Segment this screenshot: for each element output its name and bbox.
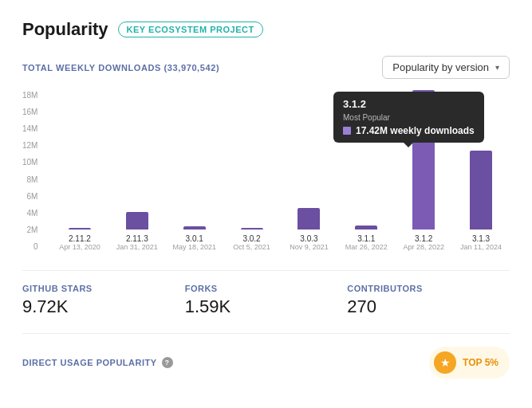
y-label: 12M	[22, 142, 37, 150]
y-label: 6M	[27, 193, 38, 201]
stat-label-contributors: CONTRIBUTORS	[347, 284, 510, 293]
bar-wrapper	[166, 86, 223, 230]
bar-wrapper	[223, 86, 281, 230]
y-axis: 18M 16M 14M 12M 10M 8M 6M 4M 2M 0	[22, 92, 41, 251]
bar-group: 2.11.2Apr 13, 2020	[51, 86, 108, 251]
bar-labels: 3.1.3Jan 11, 2024	[460, 234, 502, 251]
bar-group: 3.1.2Apr 28, 2022	[395, 86, 452, 251]
bar-date-label: Nov 9, 2021	[290, 243, 329, 251]
chart-container: 3.1.2 Most Popular 17.42M weekly downloa…	[22, 92, 510, 251]
direct-usage-text: DIRECT USAGE POPULARITY	[22, 358, 157, 367]
bar-date-label: Oct 5, 2021	[233, 243, 270, 251]
bar-version-label: 3.1.2	[403, 234, 444, 243]
chart-bar[interactable]	[470, 151, 492, 230]
bar-version-label: 2.11.2	[59, 234, 100, 243]
y-label: 0	[33, 243, 38, 251]
chevron-down-icon: ▾	[495, 63, 499, 72]
bar-date-label: Apr 13, 2020	[59, 243, 100, 251]
bar-group: 3.1.3Jan 11, 2024	[452, 86, 510, 251]
bar-version-label: 3.0.2	[233, 234, 270, 243]
star-icon: ★	[434, 351, 456, 374]
bar-wrapper	[337, 86, 395, 230]
y-label: 10M	[22, 159, 37, 167]
stat-label-github-stars: GITHUB STARS	[22, 284, 185, 293]
chart-bar[interactable]	[183, 226, 206, 230]
y-label: 14M	[22, 125, 37, 133]
bar-labels: 2.11.3Jan 31, 2021	[116, 234, 158, 251]
bar-date-label: Jan 11, 2024	[460, 243, 502, 251]
bar-group: 3.0.3Nov 9, 2021	[281, 86, 338, 251]
bar-version-label: 2.11.3	[116, 234, 158, 243]
stat-contributors: CONTRIBUTORS 270	[347, 284, 510, 317]
bar-group: 3.0.2Oct 5, 2021	[223, 86, 281, 251]
downloads-row: TOTAL WEEKLY DOWNLOADS (33,970,542) Popu…	[22, 56, 510, 79]
bar-date-label: Jan 31, 2021	[116, 243, 158, 251]
stats-row: GITHUB STARS 9.72K FORKS 1.59K CONTRIBUT…	[22, 270, 510, 317]
bar-group: 2.11.3Jan 31, 2021	[108, 86, 166, 251]
y-label: 4M	[27, 210, 38, 218]
bar-version-label: 3.1.1	[345, 234, 388, 243]
bar-version-label: 3.1.3	[460, 234, 502, 243]
stat-value-contributors: 270	[347, 296, 510, 317]
help-icon[interactable]: ?	[162, 357, 173, 368]
bar-group: 3.0.1May 18, 2021	[166, 86, 223, 251]
chart-bar[interactable]	[241, 228, 263, 230]
bottom-row: DIRECT USAGE POPULARITY ? ★ TOP 5%	[22, 333, 510, 379]
bar-wrapper	[51, 86, 108, 230]
page-header: Popularity KEY ECOSYSTEM PROJECT	[22, 19, 510, 40]
top-text: TOP 5%	[463, 357, 499, 368]
direct-usage-label: DIRECT USAGE POPULARITY ?	[22, 357, 173, 368]
y-label: 16M	[22, 108, 37, 116]
bar-labels: 3.0.2Oct 5, 2021	[233, 234, 270, 251]
stat-value-github-stars: 9.72K	[22, 296, 185, 317]
chart-bar[interactable]	[355, 226, 377, 230]
ecosystem-badge: KEY ECOSYSTEM PROJECT	[118, 22, 263, 37]
chart-bar[interactable]	[69, 228, 91, 230]
bar-labels: 3.1.1Mar 26, 2022	[345, 234, 388, 251]
bar-labels: 3.0.1May 18, 2021	[172, 234, 216, 251]
y-label: 2M	[27, 226, 38, 234]
stat-label-forks: FORKS	[185, 284, 348, 293]
bar-version-label: 3.0.3	[290, 234, 329, 243]
bar-wrapper	[452, 86, 510, 230]
bar-labels: 2.11.2Apr 13, 2020	[59, 234, 100, 251]
chart-bar[interactable]	[126, 212, 148, 230]
bar-date-label: Apr 28, 2022	[403, 243, 444, 251]
bar-wrapper	[108, 86, 166, 230]
y-label: 18M	[22, 92, 37, 100]
popularity-dropdown[interactable]: Popularity by version ▾	[382, 56, 510, 79]
bar-date-label: May 18, 2021	[172, 243, 216, 251]
bar-wrapper	[281, 86, 338, 230]
stat-value-forks: 1.59K	[185, 296, 348, 317]
chart-bar[interactable]	[298, 208, 320, 230]
chart-inner: 18M 16M 14M 12M 10M 8M 6M 4M 2M 0 2.11.2…	[22, 92, 510, 251]
stat-github-stars: GITHUB STARS 9.72K	[22, 284, 185, 317]
bar-version-label: 3.0.1	[172, 234, 216, 243]
y-label: 8M	[27, 176, 38, 184]
downloads-label: TOTAL WEEKLY DOWNLOADS (33,970,542)	[22, 63, 219, 73]
chart-bar[interactable]	[412, 90, 435, 230]
top-badge: ★ TOP 5%	[429, 347, 510, 379]
stat-forks: FORKS 1.59K	[185, 284, 348, 317]
bar-group: 3.1.1Mar 26, 2022	[337, 86, 395, 251]
dropdown-label: Popularity by version	[392, 61, 489, 73]
page-title: Popularity	[22, 19, 108, 40]
bar-wrapper	[395, 86, 452, 230]
bar-labels: 3.0.3Nov 9, 2021	[290, 234, 329, 251]
bar-date-label: Mar 26, 2022	[345, 243, 388, 251]
bar-labels: 3.1.2Apr 28, 2022	[403, 234, 444, 251]
